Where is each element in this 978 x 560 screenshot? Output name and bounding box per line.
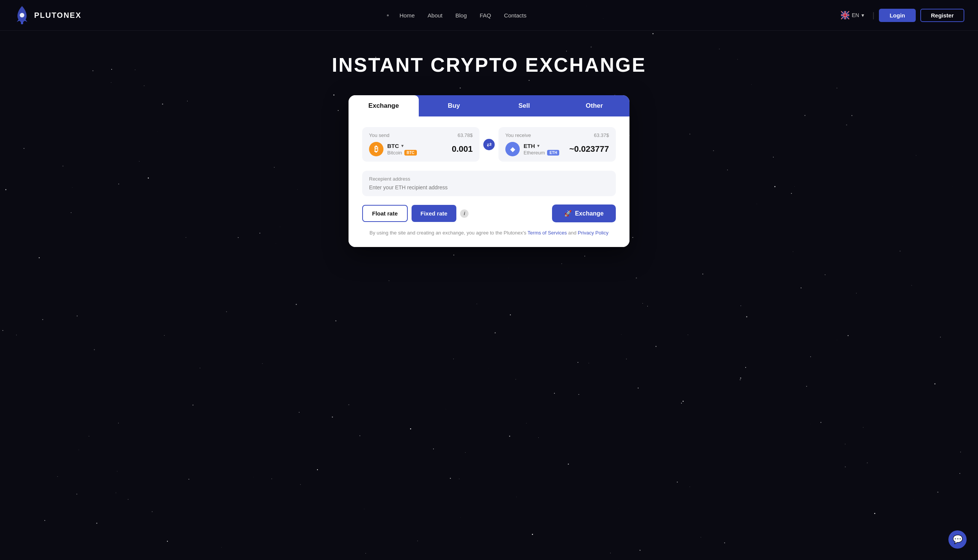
nav-home[interactable]: Home [394, 10, 420, 21]
eth-icon: ◆ [505, 142, 520, 156]
receive-currency-left: ◆ ETH ▾ Ethereum ETH [505, 142, 559, 156]
exchange-row: You send 63.78$ ₿ BTC ▾ [362, 127, 616, 162]
exchange-button[interactable]: 🚀 Exchange [552, 205, 616, 222]
eth-badge: ETH [547, 150, 559, 155]
chat-icon: 💬 [953, 535, 963, 545]
receive-currency-row: ◆ ETH ▾ Ethereum ETH [505, 142, 609, 156]
send-box: You send 63.78$ ₿ BTC ▾ [362, 127, 480, 162]
send-header: You send 63.78$ [369, 132, 473, 138]
receive-header: You receive 63.37$ [505, 132, 609, 138]
terms-and: and [568, 230, 578, 236]
nav-links: Home About Blog FAQ Contacts [387, 10, 532, 21]
btc-full-name: Bitcoin BTC [387, 150, 417, 155]
receive-label: You receive [505, 132, 531, 138]
swap-button[interactable]: ⇄ [482, 138, 496, 152]
send-currency-info: BTC ▾ Bitcoin BTC [387, 143, 417, 155]
terms-prefix: By using the site and creating an exchan… [369, 230, 526, 236]
tab-other[interactable]: Other [559, 95, 629, 117]
btc-name-row[interactable]: BTC ▾ [387, 143, 417, 149]
language-selector[interactable]: EN ▾ [837, 9, 868, 22]
send-usd: 63.78$ [458, 132, 473, 138]
receive-box: You receive 63.37$ ◆ ETH ▾ [498, 127, 616, 162]
address-input[interactable] [369, 184, 609, 190]
btc-icon: ₿ [369, 142, 383, 156]
nav-about[interactable]: About [422, 10, 448, 21]
nav-blog[interactable]: Blog [450, 10, 472, 21]
svg-rect-1 [21, 21, 23, 24]
main-content: INSTANT CRYPTO EXCHANGE Exchange Buy Sel… [0, 31, 978, 277]
float-rate-button[interactable]: Float rate [362, 205, 408, 222]
receive-currency-info: ETH ▾ Ethereum ETH [523, 143, 559, 155]
logo-area: PLUTONEX [14, 5, 82, 25]
btc-badge: BTC [405, 150, 417, 155]
fixed-rate-button[interactable]: Fixed rate [411, 205, 457, 222]
terms-of-service-link[interactable]: Terms of Services [528, 230, 567, 236]
address-box: Recepient address [362, 171, 616, 196]
exchange-card: Exchange Buy Sell Other You send 63.78$ … [349, 95, 629, 247]
send-currency-left: ₿ BTC ▾ Bitcoin BTC [369, 142, 417, 156]
terms-text: By using the site and creating an exchan… [362, 230, 616, 236]
eth-full: Ethereum [523, 150, 545, 155]
send-currency-row: ₿ BTC ▾ Bitcoin BTC [369, 142, 473, 156]
nav-faq[interactable]: FAQ [475, 10, 497, 21]
address-label: Recepient address [369, 176, 609, 182]
nav-dot [387, 14, 389, 16]
chat-button[interactable]: 💬 [948, 530, 966, 548]
svg-point-0 [20, 13, 24, 17]
language-chevron-icon: ▾ [861, 12, 864, 18]
send-label: You send [369, 132, 390, 138]
navbar-right: EN ▾ | Login Register [837, 9, 964, 22]
tab-bar: Exchange Buy Sell Other [349, 95, 629, 117]
tab-exchange[interactable]: Exchange [349, 95, 419, 117]
logo-rocket-icon [14, 5, 30, 25]
register-button[interactable]: Register [920, 9, 964, 22]
privacy-policy-link[interactable]: Privacy Policy [578, 230, 609, 236]
btc-code: BTC [387, 143, 399, 149]
card-body: You send 63.78$ ₿ BTC ▾ [349, 117, 629, 247]
rate-info-icon[interactable]: i [460, 210, 468, 218]
flag-icon [841, 11, 849, 19]
hero-title: INSTANT CRYPTO EXCHANGE [332, 53, 646, 76]
send-amount-input[interactable] [435, 144, 473, 154]
navbar: PLUTONEX Home About Blog FAQ Contacts EN… [0, 0, 978, 31]
eth-name-row[interactable]: ETH ▾ [523, 143, 559, 149]
btc-full: Bitcoin [387, 150, 402, 155]
rate-row: Float rate Fixed rate i 🚀 Exchange [362, 205, 616, 222]
receive-usd: 63.37$ [594, 132, 609, 138]
divider: | [873, 11, 874, 20]
language-label: EN [852, 12, 859, 18]
nav-contacts[interactable]: Contacts [499, 10, 532, 21]
tab-sell[interactable]: Sell [489, 95, 559, 117]
swap-icon: ⇄ [487, 141, 492, 148]
eth-code: ETH [523, 143, 535, 149]
btc-chevron-icon: ▾ [401, 143, 404, 148]
eth-chevron-icon: ▾ [537, 143, 540, 148]
tab-buy[interactable]: Buy [419, 95, 489, 117]
logo-text: PLUTONEX [34, 11, 82, 20]
exchange-label: Exchange [575, 210, 604, 217]
receive-amount: ~0.023777 [569, 144, 609, 154]
exchange-icon: 🚀 [564, 210, 572, 217]
login-button[interactable]: Login [879, 9, 916, 22]
eth-full-name: Ethereum ETH [523, 150, 559, 155]
